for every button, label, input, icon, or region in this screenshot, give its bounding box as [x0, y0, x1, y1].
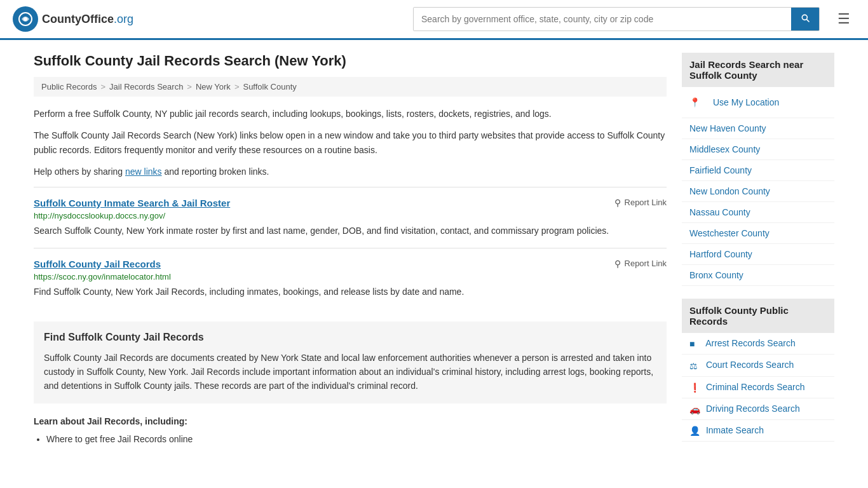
sidebar-nearby-0[interactable]: New Haven County — [682, 118, 834, 139]
sidebar-nearby-4[interactable]: Nassau County — [682, 202, 834, 223]
logo-text: CountyOffice.org — [42, 13, 133, 26]
svg-point-1 — [24, 17, 27, 21]
sidebar-nearby-1[interactable]: Middlesex County — [682, 139, 834, 160]
find-body: Suffolk County Jail Records are document… — [44, 351, 656, 393]
sidebar-pr-3[interactable]: 🚗 Driving Records Search — [682, 398, 834, 420]
breadcrumb-jail-records[interactable]: Jail Records Search — [109, 82, 183, 92]
learn-heading: Learn about Jail Records, including: — [34, 416, 667, 426]
sidebar-use-location-item[interactable]: 📍 Use My Location — [682, 87, 834, 118]
criminal-records-icon: ❗ — [689, 383, 700, 393]
sidebar-nearby-section: Jail Records Search near Suffolk County … — [682, 53, 834, 286]
link-url-1[interactable]: https://scoc.ny.gov/inmatelocator.html — [34, 272, 667, 281]
breadcrumb-public-records[interactable]: Public Records — [41, 82, 97, 92]
sidebar-nearby-7[interactable]: Bronx County — [682, 265, 834, 286]
sidebar-nearby-6[interactable]: Hartford County — [682, 244, 834, 265]
report-link-1[interactable]: ⚲ Report Link — [614, 259, 667, 269]
sidebar-pr-1[interactable]: ⚖ Court Records Search — [682, 355, 834, 376]
sidebar-public-records-heading: Suffolk County Public Records — [682, 299, 834, 333]
learn-item-0: Where to get free Jail Records online — [46, 431, 667, 447]
sidebar-pr-4[interactable]: 👤 Inmate Search — [682, 420, 834, 442]
link-cards-container: Suffolk County Inmate Search & Jail Rost… — [34, 187, 667, 309]
logo-icon — [13, 6, 38, 32]
sidebar-pr-2[interactable]: ❗ Criminal Records Search — [682, 377, 834, 398]
page-wrapper: Suffolk County Jail Records Search (New … — [21, 40, 847, 467]
sidebar-nearby-2[interactable]: Fairfield County — [682, 160, 834, 181]
sidebar: Jail Records Search near Suffolk County … — [682, 53, 834, 454]
search-bar — [413, 7, 820, 31]
link-card-1: Suffolk County Jail Records ⚲ Report Lin… — [34, 248, 667, 309]
court-records-icon: ⚖ — [689, 361, 700, 371]
link-url-0[interactable]: http://nysdoccslookup.doccs.ny.gov/ — [34, 211, 667, 220]
report-icon-1: ⚲ — [614, 259, 621, 269]
page-title: Suffolk County Jail Records Search (New … — [34, 53, 667, 69]
site-header: CountyOffice.org ☰ — [0, 0, 868, 40]
description-first: Perform a free Suffolk County, NY public… — [34, 107, 667, 121]
site-logo[interactable]: CountyOffice.org — [13, 6, 133, 32]
new-links-link[interactable]: new links — [125, 166, 162, 177]
search-button[interactable] — [791, 8, 819, 30]
breadcrumb-sep-2: > — [187, 82, 192, 92]
link-desc-1: Find Suffolk County, New York Jail Recor… — [34, 285, 667, 299]
find-section: Find Suffolk County Jail Records Suffolk… — [34, 322, 667, 403]
description-second: The Suffolk County Jail Records Search (… — [34, 128, 667, 157]
inmate-search-icon: 👤 — [689, 426, 700, 436]
learn-section: Learn about Jail Records, including: Whe… — [34, 416, 667, 447]
breadcrumb-sep-1: > — [100, 82, 105, 92]
sidebar-public-records-section: Suffolk County Public Records ■ Arrest R… — [682, 299, 834, 442]
breadcrumb-sep-3: > — [234, 82, 240, 92]
link-card-title-0[interactable]: Suffolk County Inmate Search & Jail Rost… — [34, 198, 230, 208]
breadcrumb-suffolk-county: Suffolk County — [243, 82, 296, 92]
link-card-title-1[interactable]: Suffolk County Jail Records — [34, 259, 161, 269]
report-link-0[interactable]: ⚲ Report Link — [614, 198, 667, 208]
menu-button[interactable]: ☰ — [832, 8, 855, 30]
learn-list: Where to get free Jail Records online — [46, 431, 667, 447]
use-my-location-link[interactable]: Use My Location — [705, 92, 787, 112]
sidebar-public-records-list: ■ Arrest Records Search ⚖ Court Records … — [682, 333, 834, 442]
sidebar-nearby-5[interactable]: Westchester County — [682, 223, 834, 244]
find-heading: Find Suffolk County Jail Records — [44, 332, 656, 343]
search-input[interactable] — [414, 8, 791, 30]
sidebar-nearby-list: 📍 Use My Location New Haven County Middl… — [682, 87, 834, 286]
main-content: Suffolk County Jail Records Search (New … — [34, 53, 667, 454]
sidebar-nearby-heading: Jail Records Search near Suffolk County — [682, 53, 834, 87]
link-card-0: Suffolk County Inmate Search & Jail Rost… — [34, 187, 667, 248]
link-card-header-1: Suffolk County Jail Records ⚲ Report Lin… — [34, 259, 667, 269]
link-desc-0: Search Suffolk County, New York inmate r… — [34, 224, 667, 238]
driving-records-icon: 🚗 — [689, 404, 700, 414]
sidebar-pr-0[interactable]: ■ Arrest Records Search — [682, 333, 834, 355]
description-third: Help others by sharing new links and rep… — [34, 165, 667, 179]
sidebar-nearby-3[interactable]: New London County — [682, 181, 834, 202]
breadcrumb-new-york[interactable]: New York — [196, 82, 231, 92]
arrest-records-icon: ■ — [689, 339, 700, 349]
link-card-header-0: Suffolk County Inmate Search & Jail Rost… — [34, 198, 667, 208]
location-pin-icon: 📍 — [689, 97, 700, 107]
report-icon-0: ⚲ — [614, 198, 621, 208]
breadcrumb: Public Records > Jail Records Search > N… — [34, 77, 667, 97]
